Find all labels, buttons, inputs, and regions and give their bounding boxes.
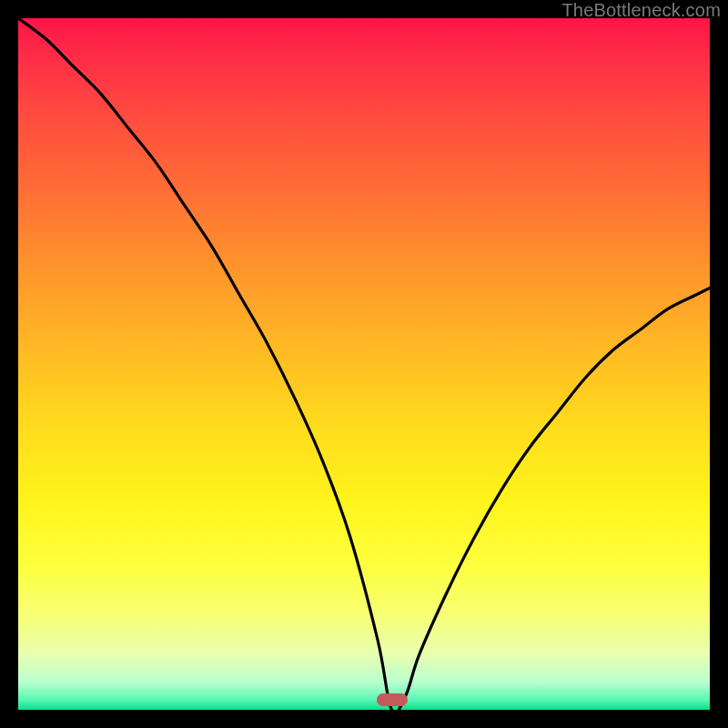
bottleneck-curve [18,18,710,710]
optimal-marker [377,693,408,706]
curve-path [18,18,710,710]
plot-area [18,18,710,710]
chart-frame: TheBottleneck.com [0,0,728,728]
